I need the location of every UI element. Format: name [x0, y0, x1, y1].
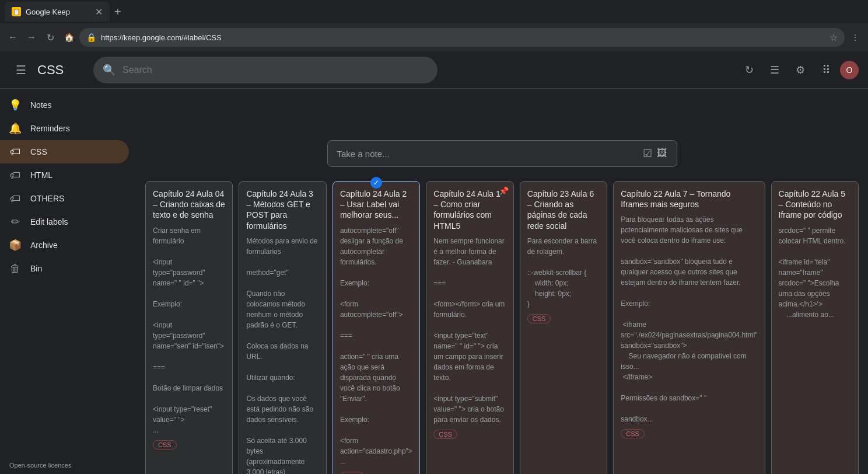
sidebar-item-reminders[interactable]: 🔔 Reminders — [0, 117, 129, 140]
note-title-6: Capítulo 22 Aula 7 – Tornando Iframes ma… — [621, 189, 757, 210]
browser-settings-button[interactable]: ⋮ — [847, 29, 863, 46]
notes-grid: Capítulo 24 Aula 04 – Criando caixas de … — [136, 181, 868, 474]
sidebar-label-edit-labels: Edit labels — [30, 217, 68, 226]
note-card-3[interactable]: ✓ Capítulo 24 Aula 2 – Usar Label vai me… — [332, 181, 420, 474]
note-body-3: autocomplete="off" desligar a função de … — [340, 225, 412, 467]
nav-forward-button[interactable]: → — [23, 29, 40, 46]
note-tag-1: CSS — [153, 440, 177, 449]
search-bar[interactable]: 🔍 — [93, 57, 438, 83]
note-card-7[interactable]: Capítulo 22 Aula 5 – Conteúdo no Iframe … — [771, 181, 859, 474]
note-body-4: Nem sempre funcionar é a melhor forma de… — [433, 236, 506, 425]
content-wrapper: Take a note... ☑ 🖼 Capítulo 24 Aula 04 –… — [136, 103, 868, 474]
apps-icon: ⠿ — [822, 63, 831, 77]
nav-home-button[interactable]: 🏠 — [61, 29, 77, 46]
sidebar-label-html: HTML — [30, 170, 52, 180]
nav-back-button[interactable]: ← — [5, 29, 21, 46]
sidebar-item-notes[interactable]: 💡 Notes — [0, 93, 129, 117]
sidebar-label-reminders: Reminders — [30, 124, 70, 133]
tab-bar: 📋 Google Keep ✕ + — [0, 0, 868, 23]
lock-icon: 🔒 — [86, 33, 96, 42]
sidebar-item-bin[interactable]: 🗑 Bin — [0, 257, 129, 280]
bin-icon: 🗑 — [9, 263, 21, 274]
sidebar-label-others: OTHERS — [30, 194, 64, 203]
apps-button[interactable]: ⠿ — [814, 58, 838, 82]
sidebar-label-notes: Notes — [30, 100, 52, 110]
settings-icon: ⚙ — [796, 64, 805, 76]
sidebar-label-bin: Bin — [30, 264, 42, 273]
search-input[interactable] — [123, 65, 428, 75]
archive-icon: 📦 — [9, 239, 21, 251]
open-source-footer[interactable]: Open-source licences — [9, 461, 71, 469]
note-card-5[interactable]: Capítulo 23 Aula 6 – Criando as páginas … — [520, 181, 607, 474]
hamburger-button[interactable]: ☰ — [9, 58, 33, 82]
note-title-2: Capítulo 24 Aula 3 – Métodos GET e POST … — [246, 189, 318, 231]
note-body-5: Para esconder a barra de rolagem.::-webk… — [527, 236, 600, 309]
note-title-3: Capítulo 24 Aula 2 – Usar Label vai melh… — [340, 189, 412, 221]
address-bar[interactable]: 🔒 https://keep.google.com/#label/CSS ☆ — [79, 28, 845, 47]
app-title: CSS — [37, 62, 84, 78]
note-title-7: Capítulo 22 Aula 5 – Conteúdo no Iframe … — [779, 189, 851, 221]
bookmark-star-icon[interactable]: ☆ — [830, 32, 838, 43]
note-body-7: srcdoc=" " permite colocar HTML dentro.<… — [779, 225, 851, 320]
avatar[interactable]: O — [840, 61, 859, 79]
layout-toggle-button[interactable]: ☰ — [763, 58, 786, 82]
note-tag-4: CSS — [433, 430, 457, 439]
search-icon: 🔍 — [103, 64, 116, 76]
note-title-4: Capítulo 24 Aula 1 – Como criar formulár… — [433, 189, 506, 231]
new-tab-button[interactable]: + — [110, 3, 126, 21]
browser-chrome: 📋 Google Keep ✕ + ← → ↻ 🏠 🔒 https://keep… — [0, 0, 868, 51]
label-icon-html: 🏷 — [9, 169, 21, 181]
note-body-1: Criar senha em formulário<input type="pa… — [153, 225, 225, 435]
note-body-6: Para bloquear todas as ações potencialme… — [621, 214, 757, 424]
sidebar-item-html[interactable]: 🏷 HTML — [0, 163, 129, 187]
take-note-placeholder: Take a note... — [337, 149, 636, 159]
checkbox-icon[interactable]: ☑ — [643, 147, 652, 160]
edit-icon: ✏ — [9, 216, 21, 228]
note-title-1: Capítulo 24 Aula 04 – Criando caixas de … — [153, 189, 225, 221]
nav-bar: ← → ↻ 🏠 🔒 https://keep.google.com/#label… — [0, 23, 868, 51]
take-note-input[interactable]: Take a note... ☑ 🖼 — [327, 140, 677, 167]
sidebar-item-edit-labels[interactable]: ✏ Edit labels — [0, 210, 129, 233]
tab-close-button[interactable]: ✕ — [95, 6, 103, 18]
url-text: https://keep.google.com/#label/CSS — [101, 33, 825, 42]
sidebar-item-archive[interactable]: 📦 Archive — [0, 233, 129, 257]
label-icon-others: 🏷 — [9, 193, 21, 204]
main-area: Take a note... ☑ 🖼 Capítulo 24 Aula 04 –… — [136, 103, 868, 474]
note-card-6[interactable]: Capítulo 22 Aula 7 – Tornando Iframes ma… — [613, 181, 765, 474]
tab-favicon: 📋 — [12, 7, 21, 16]
note-card-1[interactable]: Capítulo 24 Aula 04 – Criando caixas de … — [145, 181, 233, 474]
tab-title: Google Keep — [26, 8, 70, 16]
image-icon[interactable]: 🖼 — [657, 147, 667, 160]
bell-icon: 🔔 — [9, 123, 21, 134]
note-tag-3: CSS — [340, 472, 364, 474]
note-body-2: Métodos para envio de formuláriosmethod=… — [246, 236, 318, 474]
nav-refresh-button[interactable]: ↻ — [42, 29, 58, 46]
layout-icon: ☰ — [770, 64, 779, 76]
sidebar-label-archive: Archive — [30, 241, 58, 250]
browser-tab[interactable]: 📋 Google Keep ✕ — [5, 2, 110, 22]
selected-check: ✓ — [370, 177, 382, 189]
note-tag-6: CSS — [621, 429, 645, 438]
settings-button[interactable]: ⚙ — [789, 58, 812, 82]
sidebar-item-others[interactable]: 🏷 OTHERS — [0, 187, 129, 210]
sidebar-nav: 💡 Notes 🔔 Reminders 🏷 CSS 🏷 HTML 🏷 OTHER… — [0, 89, 136, 285]
note-tag-5: CSS — [527, 314, 551, 323]
lightbulb-icon: 💡 — [9, 99, 21, 111]
header-actions: ↻ ☰ ⚙ ⠿ O — [737, 58, 859, 82]
take-note-icons: ☑ 🖼 — [643, 147, 667, 160]
sidebar-item-css[interactable]: 🏷 CSS — [0, 140, 129, 163]
take-note-bar: Take a note... ☑ 🖼 — [136, 140, 868, 167]
hamburger-icon: ☰ — [16, 63, 26, 77]
label-icon-css: 🏷 — [9, 146, 21, 158]
app-header: ☰ CSS 🔍 ↻ ☰ ⚙ ⠿ O — [0, 51, 868, 89]
pin-icon[interactable]: 📌 — [499, 186, 509, 196]
note-title-5: Capítulo 23 Aula 6 – Criando as páginas … — [527, 189, 600, 231]
note-card-2[interactable]: Capítulo 24 Aula 3 – Métodos GET e POST … — [239, 181, 326, 474]
note-card-4[interactable]: 📌 Capítulo 24 Aula 1 – Como criar formul… — [426, 181, 513, 474]
refresh-icon: ↻ — [745, 64, 754, 76]
sidebar-label-css: CSS — [30, 147, 47, 156]
sidebar: 💡 Notes 🔔 Reminders 🏷 CSS 🏷 HTML 🏷 OTHER… — [0, 51, 136, 474]
refresh-button[interactable]: ↻ — [737, 58, 761, 82]
